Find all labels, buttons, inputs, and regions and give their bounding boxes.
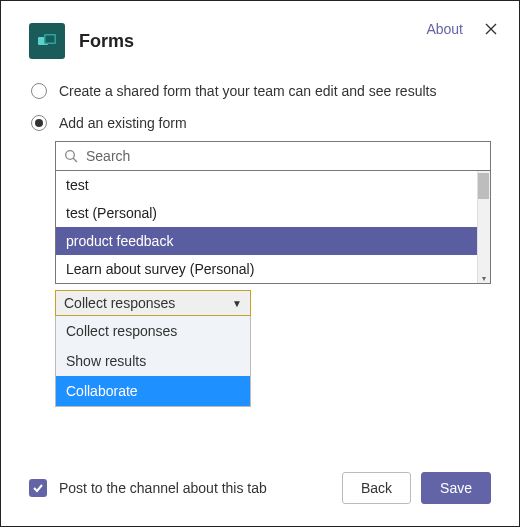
search-results: test test (Personal) product feedback Le… — [55, 171, 491, 284]
radio-icon[interactable] — [31, 83, 47, 99]
svg-rect-2 — [46, 36, 55, 43]
option-create-shared[interactable]: Create a shared form that your team can … — [31, 83, 491, 99]
forms-tab-dialog: Forms About Create a shared form that yo… — [0, 0, 520, 527]
post-checkbox[interactable] — [29, 479, 47, 497]
search-placeholder: Search — [86, 148, 482, 164]
select-option[interactable]: Collaborate — [56, 376, 250, 406]
scroll-thumb[interactable] — [478, 173, 489, 199]
post-checkbox-label: Post to the channel about this tab — [59, 480, 332, 496]
dialog-footer: Post to the channel about this tab Back … — [29, 472, 491, 504]
svg-line-4 — [73, 158, 77, 162]
back-button[interactable]: Back — [342, 472, 411, 504]
existing-form-picker: Search test test (Personal) product feed… — [55, 141, 491, 284]
option-add-existing[interactable]: Add an existing form — [31, 115, 491, 131]
search-input[interactable]: Search — [55, 141, 491, 171]
mode-select-dropdown: Collect responses Show results Collabora… — [55, 316, 251, 407]
dialog-title: Forms — [79, 31, 134, 52]
scrollbar[interactable]: ▾ — [477, 171, 490, 283]
select-option[interactable]: Show results — [56, 346, 250, 376]
list-item[interactable]: Learn about survey (Personal) — [56, 255, 490, 283]
mode-select-value: Collect responses — [64, 295, 175, 311]
chevron-down-icon[interactable]: ▾ — [478, 274, 490, 283]
header-actions: About — [426, 21, 499, 37]
chevron-down-icon: ▼ — [232, 298, 242, 309]
list-item[interactable]: test (Personal) — [56, 199, 490, 227]
save-button[interactable]: Save — [421, 472, 491, 504]
list-item[interactable]: test — [56, 171, 490, 199]
search-icon — [64, 149, 78, 163]
option-label: Add an existing form — [59, 115, 187, 131]
radio-icon[interactable] — [31, 115, 47, 131]
select-option[interactable]: Collect responses — [56, 316, 250, 346]
mode-select-trigger[interactable]: Collect responses ▼ — [55, 290, 251, 316]
close-icon[interactable] — [483, 21, 499, 37]
forms-app-icon — [29, 23, 65, 59]
dialog-header: Forms — [29, 23, 491, 59]
mode-select: Collect responses ▼ Collect responses Sh… — [55, 290, 251, 407]
list-item[interactable]: product feedback — [56, 227, 490, 255]
option-label: Create a shared form that your team can … — [59, 83, 436, 99]
svg-point-3 — [66, 151, 75, 160]
about-link[interactable]: About — [426, 21, 463, 37]
